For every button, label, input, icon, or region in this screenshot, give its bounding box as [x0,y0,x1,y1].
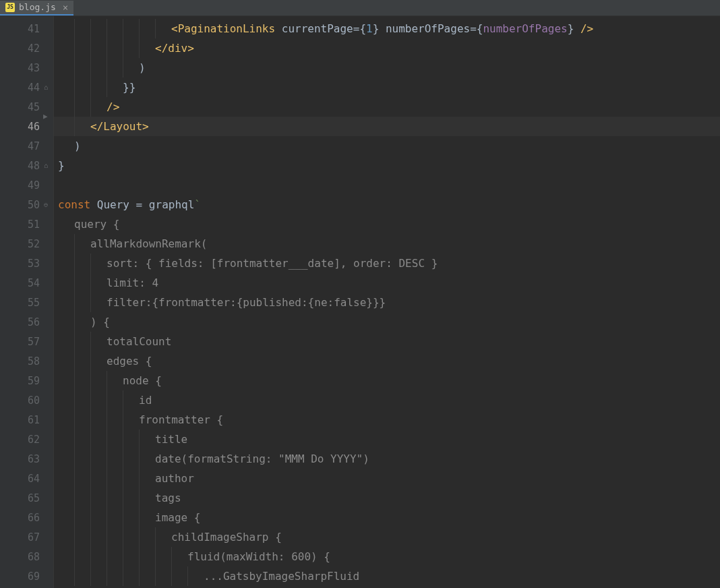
tab-blog-js[interactable]: JS blog.js × [0,1,73,16]
code-line-67[interactable]: childImageSharp { [54,527,720,547]
code-line-59[interactable]: node { [54,371,720,390]
gutter-line-52[interactable]: 52 [0,234,53,254]
code-line-49[interactable] [54,175,720,195]
gutter-line-44[interactable]: 44⌂ [0,78,53,97]
gutter-line-41[interactable]: 41 [0,19,53,38]
close-icon[interactable]: × [63,2,68,13]
code-line-54[interactable]: limit: 4 [54,273,720,293]
gutter-line-50[interactable]: 50⊖ [0,195,53,214]
code-line-55[interactable]: filter:{frontmatter:{published:{ne:false… [54,293,720,312]
code-line-63[interactable]: date(formatString: "MMM Do YYYY") [54,449,720,469]
code-line-46[interactable]: </Layout> [54,117,720,136]
gutter-line-68[interactable]: 68 [0,547,53,566]
code-line-48[interactable]: } [54,156,720,175]
gutter-line-42[interactable]: 42 [0,38,53,58]
gutter-line-61[interactable]: 61 [0,410,53,430]
gutter-line-66[interactable]: 66 [0,508,53,527]
gutter-line-54[interactable]: 54 [0,273,53,293]
js-file-icon: JS [5,3,15,12]
gutter-line-55[interactable]: 55 [0,293,53,312]
gutter-line-56[interactable]: 56 [0,312,53,332]
gutter-line-51[interactable]: 51 [0,214,53,234]
gutter-line-53[interactable]: 53 [0,254,53,273]
gutter-line-59[interactable]: 59 [0,371,53,390]
code-line-57[interactable]: totalCount [54,332,720,351]
code-line-69[interactable]: ...GatsbyImageSharpFluid [54,566,720,586]
fold-start-icon[interactable]: ⊖ [44,201,52,209]
gutter-line-43[interactable]: 43 [0,58,53,78]
gutter-line-57[interactable]: 57 [0,332,53,351]
gutter: 41424344⌂45▶464748⌂4950⊖5152535455565758… [0,16,54,588]
code-line-44[interactable]: }} [54,78,720,97]
code-line-56[interactable]: ) { [54,312,720,332]
code-line-65[interactable]: tags [54,488,720,508]
code-line-62[interactable]: title [54,430,720,449]
gutter-line-62[interactable]: 62 [0,430,53,449]
code-area[interactable]: <PaginationLinks currentPage={1} numberO… [54,16,720,588]
gutter-line-46[interactable]: 46 [0,117,53,136]
tab-bar: JS blog.js × [0,0,720,16]
code-line-45[interactable]: /> [54,97,720,117]
gutter-line-67[interactable]: 67 [0,527,53,547]
gutter-line-64[interactable]: 64 [0,469,53,488]
gutter-line-63[interactable]: 63 [0,449,53,469]
code-line-66[interactable]: image { [54,508,720,527]
code-line-53[interactable]: sort: { fields: [frontmatter___date], or… [54,254,720,273]
gutter-line-69[interactable]: 69 [0,566,53,586]
gutter-line-49[interactable]: 49 [0,175,53,195]
editor: 41424344⌂45▶464748⌂4950⊖5152535455565758… [0,16,720,588]
code-line-41[interactable]: <PaginationLinks currentPage={1} numberO… [54,19,720,38]
code-line-58[interactable]: edges { [54,351,720,371]
code-line-47[interactable]: ) [54,136,720,156]
gutter-line-65[interactable]: 65 [0,488,53,508]
code-line-52[interactable]: allMarkdownRemark( [54,234,720,254]
tab-filename: blog.js [19,2,56,12]
code-line-51[interactable]: query { [54,214,720,234]
code-line-64[interactable]: author [54,469,720,488]
gutter-line-58[interactable]: 58 [0,351,53,371]
code-line-43[interactable]: ) [54,58,720,78]
fold-end-icon[interactable]: ⌂ [44,162,52,170]
code-line-42[interactable]: </div> [54,38,720,58]
gutter-line-48[interactable]: 48⌂ [0,156,53,175]
code-line-68[interactable]: fluid(maxWidth: 600) { [54,547,720,566]
fold-end-icon[interactable]: ⌂ [44,84,52,92]
gutter-line-47[interactable]: 47 [0,136,53,156]
code-line-50[interactable]: const Query = graphql` [54,195,720,214]
code-line-61[interactable]: frontmatter { [54,410,720,430]
code-line-60[interactable]: id [54,390,720,410]
gutter-line-45[interactable]: 45▶ [0,97,53,117]
gutter-line-60[interactable]: 60 [0,390,53,410]
